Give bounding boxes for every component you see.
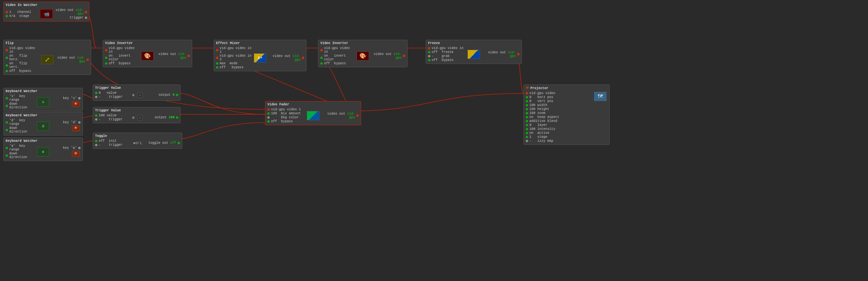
port-in[interactable] [428,51,430,53]
port-out-video[interactable] [85,11,87,13]
node-row: video out vid-gpu [55,8,87,15]
port-in[interactable] [105,57,107,59]
node-row: 0 value [95,91,129,95]
node-row: vid-gpu video in 1 [216,46,252,54]
port-in[interactable] [526,92,528,94]
kw1-thumb: s [37,97,49,107]
eye-icon: 👁 [72,101,80,107]
node-row: key 'a' [51,146,81,150]
port-in[interactable] [526,116,528,118]
port-in[interactable] [526,128,528,130]
port-in[interactable] [526,100,528,102]
toggle-title: Toggle [95,134,180,138]
port-in[interactable] [95,118,97,121]
port-in[interactable] [95,96,97,98]
video-thumb: 📹 [40,9,53,19]
node-row: output 0 [144,93,178,97]
video-in-watcher-node: Video In Watcher 1 channel n/a stage 📹 v… [3,2,89,22]
node-row: 👁 [51,150,81,157]
port-in[interactable] [6,147,8,149]
port-in[interactable] [267,116,270,119]
port-in[interactable] [526,124,528,126]
port-in[interactable] [6,57,8,59]
port-in[interactable] [6,129,8,131]
port-in[interactable] [526,136,528,138]
node-row: 1 stage [526,135,592,139]
node-row: vid-gpu video in [320,46,354,54]
port-in[interactable] [6,64,8,67]
port-in[interactable] [320,57,323,59]
port-in[interactable] [6,154,8,157]
port-in[interactable] [526,112,528,114]
port-out[interactable] [78,147,81,149]
port-in[interactable] [95,114,97,117]
port-in[interactable] [526,104,528,106]
video-inverter1-node: Video Inverter vid-gpu video in on inver… [103,40,192,67]
port-in[interactable] [216,62,218,65]
freeze-title: Freeze [428,41,520,45]
port-out[interactable] [176,94,178,96]
port-in[interactable] [6,49,8,51]
port-in[interactable] [526,108,528,111]
port-out[interactable] [78,121,81,124]
node-row: down direction [6,152,35,159]
port-in-channel[interactable] [6,11,8,13]
node-row: on flip horz. [6,54,39,61]
port-in[interactable] [95,144,97,146]
port-in-stage[interactable] [6,15,8,17]
port-in[interactable] [320,62,323,65]
eye-icon: 👁 [72,151,80,157]
port-in[interactable] [6,97,8,99]
node-row: 100 value [95,114,129,117]
effect-mixer-node: Effect Mixer vid-gpu video in 1 vid-gpu … [214,40,306,71]
node-row: 👁 [51,100,81,108]
port-in[interactable] [526,120,528,122]
port-out[interactable] [78,97,81,99]
port-out[interactable] [178,142,180,144]
video-inverter2-title: Video Inverter [320,41,405,45]
node-row: - izzy map [526,139,592,143]
node-row: off bypass [267,120,305,123]
port-out[interactable] [356,114,359,117]
port-in[interactable] [526,140,528,142]
port-in[interactable] [6,105,8,107]
kw2-thumb: d [37,122,49,131]
port-in[interactable] [95,92,97,94]
port-in[interactable] [526,96,528,98]
port-out[interactable] [302,57,304,59]
port-out[interactable] [176,116,178,119]
port-in[interactable] [428,55,430,57]
port-in[interactable] [216,57,218,59]
node-row: on active [526,131,592,135]
port-out-trigger[interactable] [85,17,87,19]
port-out[interactable] [403,55,405,57]
port-in[interactable] [267,108,270,111]
node-row: 100 intensity [526,127,592,131]
keyboard-watcher2-node: Keyboard Watcher 'd' key range down dire… [3,112,83,135]
port-out[interactable] [187,55,190,57]
port-out[interactable] [517,53,520,55]
node-row: down direction [6,102,35,110]
port-in[interactable] [95,140,97,142]
freeze-thumb [467,50,480,59]
port-in[interactable] [6,70,8,72]
port-in[interactable] [267,120,270,123]
port-in[interactable] [526,132,528,134]
port-in[interactable] [6,121,8,124]
node-row: off bypass [105,62,139,65]
port-in[interactable] [320,49,323,51]
port-in[interactable] [105,49,107,51]
port-in[interactable] [216,49,218,51]
tv1-title: Trigger Value [95,86,178,90]
port-in[interactable] [267,112,270,115]
trigger-value2-node: Trigger Value 100 value - trigger ✱ ✕ ou… [93,107,181,123]
node-row: vid-gpu video [526,91,592,95]
port-in[interactable] [216,66,218,69]
port-in[interactable] [105,62,107,65]
port-in[interactable] [428,47,430,50]
node-row: off bypass [6,69,39,73]
node-row: video out vid-gpu [268,54,304,62]
port-out[interactable] [87,59,89,61]
port-in[interactable] [428,59,430,61]
node-row: 0 layer [526,123,592,127]
